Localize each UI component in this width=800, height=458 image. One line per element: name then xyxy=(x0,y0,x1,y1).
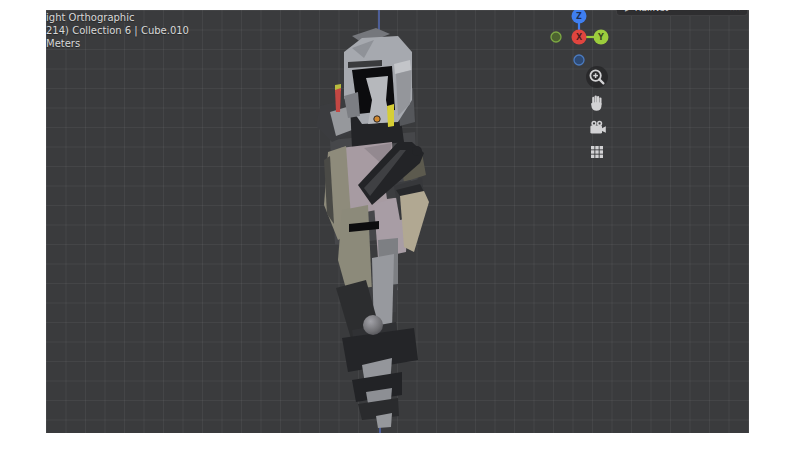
units-label: Meters xyxy=(46,37,189,50)
sidebar-panel-tab-halfnet[interactable]: ▶ HalfNet ∷∷ xyxy=(616,10,748,16)
zoom-button[interactable] xyxy=(586,66,608,88)
model-cube-010[interactable] xyxy=(46,10,749,433)
gizmo-z-label: Z xyxy=(576,12,582,21)
gizmo-axis-neg-z[interactable] xyxy=(574,55,584,65)
panel-expand-arrow-icon: ▶ xyxy=(625,10,630,14)
grid-toggle-button[interactable] xyxy=(586,141,608,163)
panel-tab-label: HalfNet xyxy=(635,10,669,14)
gizmo-axis-neg-y[interactable] xyxy=(551,32,561,42)
mech-figure xyxy=(316,28,429,428)
viewport-gadgets xyxy=(586,66,610,166)
panel-grip-dots-icon: ∷∷ xyxy=(730,10,741,14)
gizmo-x-label: X xyxy=(576,33,583,42)
camera-view-icon xyxy=(586,116,608,138)
view-name-label: ight Orthographic xyxy=(46,11,189,24)
selection-label: 214) Collection 6 | Cube.010 xyxy=(46,24,189,37)
gizmo-y-label: Y xyxy=(597,33,604,42)
pan-button[interactable] xyxy=(586,91,608,113)
grid-ortho-icon xyxy=(586,141,608,163)
camera-view-button[interactable] xyxy=(586,116,608,138)
3d-viewport[interactable]: ight Orthographic 214) Collection 6 | Cu… xyxy=(46,10,749,433)
zoom-icon xyxy=(586,66,608,88)
pan-hand-icon xyxy=(586,91,608,113)
navigation-gizmo[interactable]: Z Y X xyxy=(526,10,626,78)
viewport-overlay-text: ight Orthographic 214) Collection 6 | Cu… xyxy=(46,11,189,50)
